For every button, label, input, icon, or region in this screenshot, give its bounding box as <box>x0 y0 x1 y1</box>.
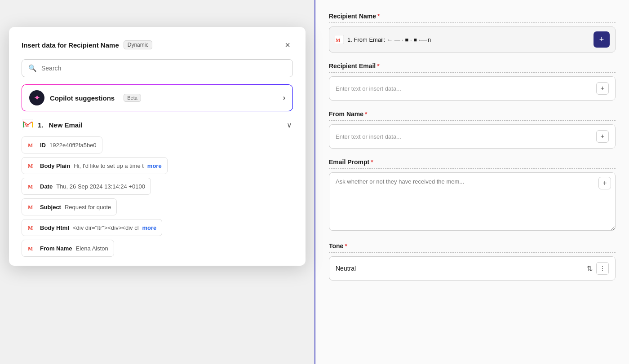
email-prompt-plus-button[interactable]: + <box>598 177 611 189</box>
chevron-right-icon: › <box>283 94 285 102</box>
copilot-left: ✦ Copilot suggestions Beta <box>29 90 141 105</box>
list-item[interactable]: M From Name Elena Alston <box>22 240 114 257</box>
field-bodyplain-value: Hi, I'd like to set up a time t <box>74 162 144 169</box>
insert-data-modal: Insert data for Recipient Name Dynamic ×… <box>9 27 306 266</box>
list-item[interactable]: M Body Html <div dir="ltr"><div><div cl … <box>22 219 162 236</box>
recipient-email-input[interactable]: Enter text or insert data... + <box>329 76 616 101</box>
beta-badge: Beta <box>124 94 141 102</box>
gmail-icon-sm: M <box>27 202 36 211</box>
field-id-value: 1922e40ff2fa5be0 <box>49 142 97 149</box>
left-panel: Insert data for Recipient Name Dynamic ×… <box>0 0 314 364</box>
recipient-email-placeholder: Enter text or insert data... <box>336 85 401 92</box>
copilot-suggestions-row[interactable]: ✦ Copilot suggestions Beta › <box>22 84 293 111</box>
modal-title-text: Insert data for Recipient Name <box>22 41 119 49</box>
email-prompt-label: Email Prompt * <box>329 158 616 169</box>
data-items-list: M ID 1922e40ff2fa5be0 M Body Plain Hi, I… <box>22 136 293 257</box>
field-fromname-label: From Name <box>40 245 72 252</box>
gmail-icon-sm: M <box>27 161 36 170</box>
field-id-label: ID <box>40 142 46 149</box>
search-input[interactable] <box>41 65 286 72</box>
more-link[interactable]: more <box>147 162 162 169</box>
chevron-down-icon[interactable]: ∨ <box>287 121 292 129</box>
field-subject-label: Subject <box>40 204 61 211</box>
required-star: * <box>365 110 367 118</box>
gmail-icon-sm: M <box>27 140 36 149</box>
field-subject-value: Request for quote <box>65 204 111 211</box>
recipient-email-plus-button[interactable]: + <box>596 82 609 95</box>
modal-title: Insert data for Recipient Name Dynamic <box>22 40 152 49</box>
gmail-icon: M <box>22 119 33 130</box>
field-date-value: Thu, 26 Sep 2024 13:14:24 +0100 <box>56 183 145 190</box>
from-name-plus-button[interactable]: + <box>596 130 609 143</box>
field-bodyhtml-label: Body Html <box>40 224 69 231</box>
from-name-label: From Name * <box>329 110 616 121</box>
svg-text:M: M <box>28 142 33 149</box>
field-bodyplain-label: Body Plain <box>40 162 70 169</box>
search-icon: 🔍 <box>28 64 37 72</box>
field-fromname-value: Elena Alston <box>76 245 108 252</box>
copilot-icon: ✦ <box>29 90 44 105</box>
gmail-icon-recipient: M <box>335 35 344 44</box>
more-options-button[interactable]: ⋮ <box>596 262 609 275</box>
email-prompt-group: Email Prompt * + <box>329 158 616 232</box>
tone-label: Tone * <box>329 242 616 253</box>
field-bodyhtml-value: <div dir="ltr"><div><div cl <box>73 224 139 231</box>
recipient-email-label: Recipient Email * <box>329 62 616 73</box>
modal-header: Insert data for Recipient Name Dynamic × <box>22 39 293 50</box>
recipient-name-plus-button[interactable]: + <box>594 31 610 48</box>
copilot-label: Copilot suggestions <box>50 94 115 102</box>
email-section-title: New Email <box>49 121 83 129</box>
svg-text:M: M <box>28 163 33 169</box>
from-name-input[interactable]: Enter text or insert data... + <box>329 124 616 149</box>
gmail-icon-sm: M <box>27 244 36 253</box>
copilot-sparkle-icon: ✦ <box>34 93 40 103</box>
gmail-icon-sm: M <box>27 182 36 191</box>
from-name-group: From Name * Enter text or insert data...… <box>329 110 616 149</box>
svg-text:M: M <box>24 123 29 128</box>
right-panel: Recipient Name * M 1. From Email: ← — · … <box>314 0 629 364</box>
required-star: * <box>345 242 347 250</box>
more-link[interactable]: more <box>142 224 157 231</box>
recipient-name-group: Recipient Name * M 1. From Email: ← — · … <box>329 13 616 53</box>
list-item[interactable]: M Body Plain Hi, I'd like to set up a ti… <box>22 157 168 174</box>
field-date-label: Date <box>40 183 53 190</box>
svg-text:M: M <box>28 246 33 252</box>
dynamic-badge: Dynamic <box>124 40 153 49</box>
tone-row: Neutral ⇅ ⋮ <box>329 256 616 281</box>
close-button[interactable]: × <box>282 39 293 50</box>
required-star: * <box>371 158 373 166</box>
tone-group: Tone * Neutral ⇅ ⋮ <box>329 242 616 281</box>
email-number: 1. <box>38 121 44 129</box>
svg-text:M: M <box>28 184 33 190</box>
from-name-placeholder: Enter text or insert data... <box>336 133 401 140</box>
list-item[interactable]: M Date Thu, 26 Sep 2024 13:14:24 +0100 <box>22 178 151 195</box>
required-star: * <box>377 13 380 20</box>
search-box: 🔍 <box>22 59 293 77</box>
recipient-email-group: Recipient Email * Enter text or insert d… <box>329 62 616 101</box>
email-prompt-textarea[interactable] <box>329 172 616 231</box>
email-section-left: M 1. New Email <box>22 119 83 130</box>
email-section-header: M 1. New Email ∨ <box>22 119 293 130</box>
recipient-name-label: Recipient Name * <box>329 13 616 23</box>
tone-value: Neutral <box>336 265 356 272</box>
tone-controls: ⇅ ⋮ <box>587 262 609 275</box>
sort-icon[interactable]: ⇅ <box>587 264 593 273</box>
gmail-icon-sm: M <box>27 223 36 232</box>
required-star: * <box>377 62 379 70</box>
list-item[interactable]: M Subject Request for quote <box>22 198 117 215</box>
recipient-name-value-row: M 1. From Email: ← — · ■ · ■ ·—·n + <box>329 26 616 53</box>
recipient-name-value-text: 1. From Email: ← — · ■ · ■ ·—·n <box>347 36 590 43</box>
svg-text:M: M <box>336 37 341 43</box>
list-item[interactable]: M ID 1922e40ff2fa5be0 <box>22 136 102 153</box>
svg-text:M: M <box>28 204 33 211</box>
svg-text:M: M <box>28 225 33 231</box>
